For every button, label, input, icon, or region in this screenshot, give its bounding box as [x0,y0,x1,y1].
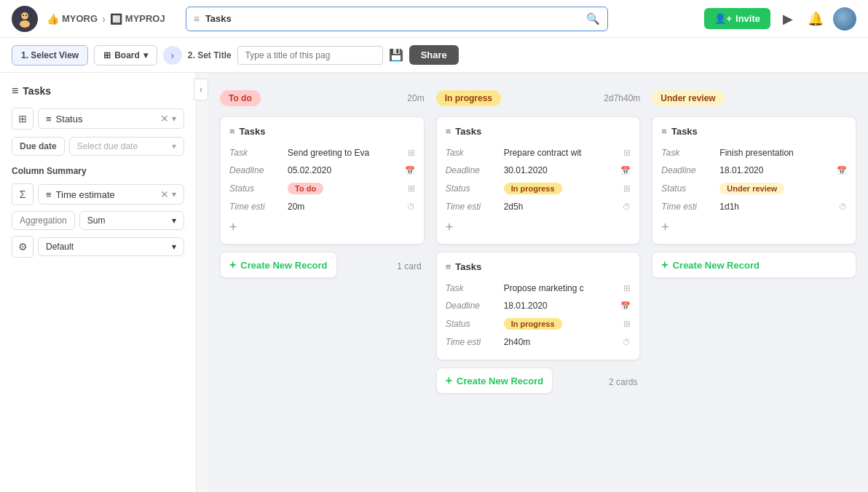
create-record-button-inprogress[interactable]: + Create New Record [436,368,553,394]
invite-button[interactable]: 👤+ Invite [704,8,770,29]
row-label: Status [446,179,504,198]
table-row: Time esti 2h40m ⏱ [446,333,631,351]
time-close-button[interactable]: ✕ [160,189,169,200]
search-text: Tasks [205,13,580,24]
row-value: To do [288,179,401,198]
view-label: Board [114,50,140,60]
search-bar[interactable]: ≡ Tasks 🔍 [186,7,608,31]
card-count-inprogress: 2 cards [609,377,640,387]
clock-icon: ⏱ [616,333,631,351]
create-record-button-todo[interactable]: + Create New Record [220,252,337,278]
calendar-icon: 📅 [616,297,631,314]
table-row: Status In progress ⊞ [446,314,631,333]
aggregation-select[interactable]: Sum ▾ [79,211,184,230]
time-estimate-tag[interactable]: ≡ Time estimate ✕ ▾ [38,184,184,205]
row-label: Status [446,314,504,333]
sidebar-collapse-button[interactable]: ‹ [194,79,208,100]
todo-time: 20m [407,93,424,103]
board-view-button[interactable]: ⊞ Board ▾ [94,45,157,66]
row-label: Task [446,279,504,297]
create-record-footer-inprogress: + Create New Record 2 cards [436,368,641,394]
summary-row: Σ ≡ Time estimate ✕ ▾ [12,183,184,205]
column-todo: To do 20m ≡ Tasks Task Send greeting to … [220,84,425,278]
share-button[interactable]: Share [409,45,459,65]
sigma-button[interactable]: Σ [12,183,33,205]
card-add-button[interactable]: + [229,220,237,235]
select-view-button[interactable]: 1. Select View [12,45,88,66]
card-header-3: ≡ Tasks [446,261,631,272]
youtube-icon[interactable]: ▶ [778,9,798,29]
row-label: Time esti [446,333,504,351]
bell-icon[interactable]: 🔔 [805,9,826,29]
card-propose-marketing: ≡ Tasks Task Propose marketing c ⊞ Deadl… [436,252,641,360]
card-add-row: + [229,215,415,235]
proj-link[interactable]: 🔲 MYPROJ [110,13,165,25]
create-record-footer-todo: + Create New Record 1 card [220,252,425,278]
field-chevron-icon[interactable]: ▾ [172,114,176,124]
row-value: 2h40m [504,333,617,351]
time-chevron-icon[interactable]: ▾ [172,189,176,199]
breadcrumb: 👍 MYORG › 🔲 MYPROJ [47,13,165,25]
card-header-4: ≡ Tasks [661,126,847,137]
expand-icon2: ⊞ [401,179,415,198]
card-add-button-2[interactable]: + [446,220,454,235]
page-title-input[interactable] [237,46,383,65]
aggregation-row: Aggregation Sum ▾ [12,211,184,230]
expand-icon: ⊞ [616,144,631,162]
time-list-icon: ≡ [46,189,52,200]
gear-button[interactable]: ⚙ [12,236,33,258]
card-send-greeting: ≡ Tasks Task Send greeting to Eva ⊞ Dead… [220,116,425,245]
status-field-tag[interactable]: ≡ Status ✕ ▾ [38,108,184,129]
card-header: ≡ Tasks [229,126,415,137]
field-tag-actions: ✕ ▾ [160,113,176,124]
table-row: Task Propose marketing c ⊞ [446,279,631,297]
field-label: Status [56,114,83,124]
card-finish-presentation: ≡ Tasks Task Finish presentation Deadlin… [652,116,856,245]
step2-label: 2. Set Title [188,50,232,60]
table-row: Task Send greeting to Eva ⊞ [229,144,415,162]
card-add-row-2: + [446,215,631,235]
field-close-button[interactable]: ✕ [160,113,169,124]
card-prepare-contract: ≡ Tasks Task Prepare contract wit ⊞ Dead… [436,116,641,245]
time-tag-inner: ≡ Time estimate [46,189,115,200]
table-row: Time esti 1d1h ⏱ [661,198,847,215]
next-step-button[interactable]: › [163,46,182,65]
user-avatar[interactable] [833,7,856,31]
agg-chevron-icon: ▾ [172,215,176,226]
card-title: Tasks [240,126,266,137]
grid-icon-button[interactable]: ⊞ [12,108,33,130]
create-plus-icon-2: + [446,374,452,387]
row-value: 05.02.2020 [288,162,401,179]
expand-icon2 [832,179,847,198]
table-row: Task Finish presentation [661,144,847,162]
search-icon[interactable]: 🔍 [586,12,600,25]
org-icon: 👍 [47,13,59,25]
table-row: Time esti 20m ⏱ [229,198,415,215]
inprogress-badge: In progress [436,90,501,106]
create-record-button-underreview[interactable]: + Create New Record [652,252,856,278]
sidebar-title: ≡ Tasks [12,84,184,98]
row-label: Deadline [229,162,288,179]
due-date-label: Due date [12,137,65,156]
time-estimate-label: Time estimate [56,189,115,200]
default-select[interactable]: Default ▾ [38,237,184,256]
card-add-button-4[interactable]: + [661,220,669,235]
expand-icon2: ⊞ [616,314,631,333]
date-picker[interactable]: Select due date ▾ [69,137,184,156]
expand-icon2: ⊞ [616,179,631,198]
card-header-2: ≡ Tasks [446,126,631,137]
row-value: Send greeting to Eva [288,144,401,162]
card-list-icon-3: ≡ [446,261,451,272]
create-record-label-3: Create New Record [673,260,760,271]
org-link[interactable]: 👍 MYORG [47,13,98,25]
save-icon[interactable]: 💾 [389,48,403,62]
board-icon: ⊞ [103,50,111,60]
row-value: In progress [504,314,617,333]
card-title-2: Tasks [455,126,481,137]
card-list-icon-4: ≡ [661,126,667,137]
list-icon: ≡ [194,13,200,25]
status-pill-underreview: Under review [719,183,784,194]
proj-label: MYPROJ [125,13,165,24]
chevron-down-icon: ▾ [143,50,148,60]
table-row: Status Under review [661,179,847,198]
